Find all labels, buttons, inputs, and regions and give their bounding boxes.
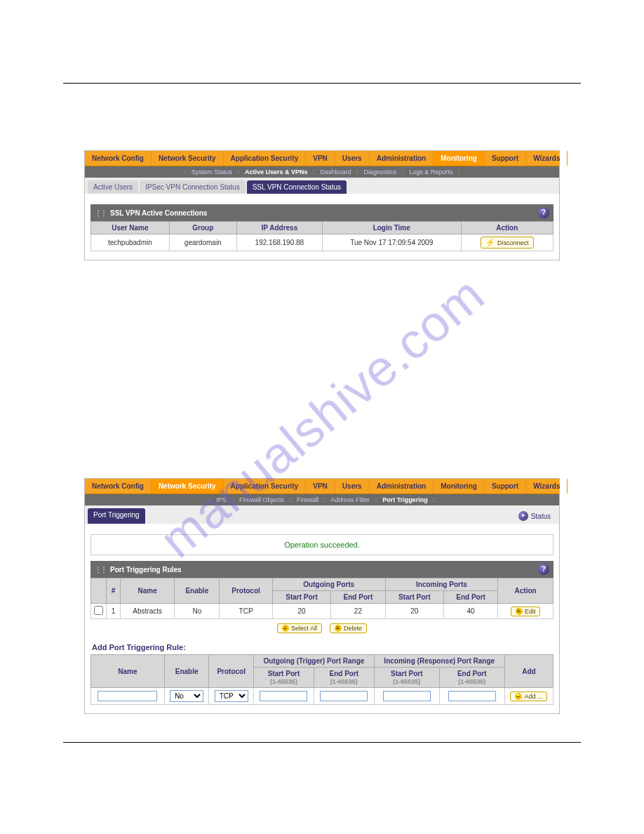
col-protocol: Protocol [220, 578, 273, 604]
nav2-application-security[interactable]: Application Security [224, 479, 307, 494]
subnav2-port-triggering[interactable]: Port Triggering [382, 496, 428, 503]
fh-protocol: Protocol [209, 655, 254, 688]
delete-button[interactable]: Delete [330, 623, 367, 633]
subnav-logs-reports[interactable]: Logs & Reports [409, 168, 452, 176]
nav2-users[interactable]: Users [335, 479, 370, 494]
fh-in-start: Start Port(1-65535) [374, 668, 439, 688]
col-out-end: End Port [331, 591, 385, 604]
rule-top [63, 83, 581, 84]
disconnect-button[interactable]: ⚡Disconnect [481, 237, 534, 249]
x-icon [335, 625, 342, 632]
col-in-start: Start Port [385, 591, 443, 604]
tab-row-right: Status [147, 508, 556, 524]
cell-action: ⚡Disconnect [461, 234, 553, 251]
input-in-end[interactable] [448, 691, 496, 701]
sslvpn-table: User Name Group IP Address Login Time Ac… [90, 221, 554, 251]
section-title-rules: Port Triggering Rules [110, 566, 182, 574]
form-row: No TCP Add ... [91, 688, 554, 705]
grip-icon: ⋮⋮ [95, 209, 106, 217]
table-row: 1 Abstracts No TCP 20 22 20 40 Edit [91, 604, 554, 619]
col-action: Action [498, 578, 554, 604]
fh-name: Name [91, 655, 165, 688]
add-button[interactable]: Add ... [510, 691, 547, 701]
nav-monitoring[interactable]: Monitoring [434, 151, 485, 166]
nav-vpn[interactable]: VPN [306, 151, 335, 166]
fh-outrange: Outgoing (Trigger) Port Range [254, 655, 375, 668]
tab-ssl-status[interactable]: SSL VPN Connection Status [247, 180, 347, 194]
col-action: Action [461, 222, 553, 234]
nav-users[interactable]: Users [335, 151, 370, 166]
section-bar-sslvpn: ⋮⋮ SSL VPN Active Connections ? [90, 204, 554, 221]
tab-ipsec-status[interactable]: IPSec VPN Connection Status [140, 180, 246, 194]
nav-network-config[interactable]: Network Config [85, 151, 152, 166]
add-rule-table: Name Enable Protocol Outgoing (Trigger) … [90, 654, 554, 705]
nav2-network-config[interactable]: Network Config [85, 479, 152, 494]
main-nav: Network Config Network Security Applicat… [85, 151, 559, 166]
rule-bottom [63, 742, 581, 743]
section-title: SSL VPN Active Connections [110, 209, 207, 217]
grip-icon: ⋮⋮ [95, 566, 106, 574]
col-out-start: Start Port [272, 591, 330, 604]
fh-out-end: End Port(1-65535) [314, 668, 374, 688]
bolt-icon: ⚡ [485, 238, 495, 247]
arrow-circle-icon [518, 511, 528, 521]
select-protocol[interactable]: TCP [215, 690, 248, 702]
help-icon[interactable]: ? [538, 207, 549, 218]
select-all-button[interactable]: Select All [277, 623, 322, 633]
tab-port-triggering[interactable]: Port Triggering [88, 508, 145, 524]
panel-content: ⋮⋮ SSL VPN Active Connections ? User Nam… [85, 194, 559, 260]
nav2-monitoring[interactable]: Monitoring [434, 479, 485, 494]
nav2-network-security[interactable]: Network Security [152, 479, 224, 494]
col-logintime: Login Time [322, 222, 461, 234]
col-enable: Enable [175, 578, 220, 604]
subnav2-ips[interactable]: IPS [216, 496, 227, 503]
edit-button[interactable]: Edit [511, 607, 541, 616]
nav-support[interactable]: Support [485, 151, 526, 166]
nav-wizards[interactable]: Wizards [526, 151, 568, 166]
nav-application-security[interactable]: Application Security [224, 151, 307, 166]
fh-inrange: Incoming (Response) Port Range [374, 655, 504, 668]
tab-active-users[interactable]: Active Users [88, 180, 138, 194]
cell-in-start: 20 [385, 604, 443, 619]
cell-protocol: TCP [220, 604, 273, 619]
row-checkbox[interactable] [94, 606, 103, 615]
subnav2-firewall[interactable]: Firewall [297, 496, 318, 503]
input-out-start[interactable] [260, 691, 307, 701]
pencil-icon [516, 608, 523, 615]
subnav-active-users-vpns[interactable]: Active Users & VPNs [245, 168, 308, 176]
nav2-vpn[interactable]: VPN [306, 479, 335, 494]
status-link[interactable]: Status [518, 511, 551, 521]
cell-name: Abstracts [121, 604, 175, 619]
nav-network-security[interactable]: Network Security [152, 151, 224, 166]
fh-add: Add [504, 655, 553, 688]
table-row: techpubadmin geardomain 192.168.190.88 T… [91, 234, 554, 251]
subnav-system-status[interactable]: System Status [192, 168, 232, 176]
subnav2-firewall-objects[interactable]: Firewall Objects [239, 496, 284, 503]
select-enable[interactable]: No [170, 690, 203, 702]
input-out-end[interactable] [320, 691, 368, 701]
cell-enable: No [175, 604, 220, 619]
subnav2-address-filter[interactable]: Address Filter [331, 496, 370, 503]
cell-user: techpubadmin [91, 234, 170, 251]
col-in-end: End Port [443, 591, 497, 604]
nav-administration[interactable]: Administration [370, 151, 434, 166]
nav2-administration[interactable]: Administration [370, 479, 434, 494]
plus-icon [515, 693, 522, 700]
subnav-diagnostics[interactable]: Diagnostics [364, 168, 397, 176]
col-checkbox [91, 578, 107, 604]
form-title: Add Port Triggering Rule: [90, 637, 554, 654]
subnav-dashboard[interactable]: Dashboard [320, 168, 351, 176]
rules-table: # Name Enable Protocol Outgoing Ports In… [90, 578, 554, 619]
input-in-start[interactable] [383, 691, 431, 701]
button-row: Select All Delete [90, 619, 554, 637]
nav2-wizards[interactable]: Wizards [526, 479, 568, 494]
cell-num: 1 [107, 604, 121, 619]
sub-nav: :: System Status :: Active Users & VPNs … [85, 166, 559, 178]
main-nav-2: Network Config Network Security Applicat… [85, 479, 559, 494]
nav2-support[interactable]: Support [485, 479, 526, 494]
tab-row: Active Users IPSec VPN Connection Status… [85, 178, 559, 194]
input-name[interactable] [98, 691, 157, 701]
sub-nav-2: :: IPS :: Firewall Objects :: Firewall :… [85, 494, 559, 505]
help-icon[interactable]: ? [538, 564, 549, 575]
col-ip: IP Address [236, 222, 322, 234]
